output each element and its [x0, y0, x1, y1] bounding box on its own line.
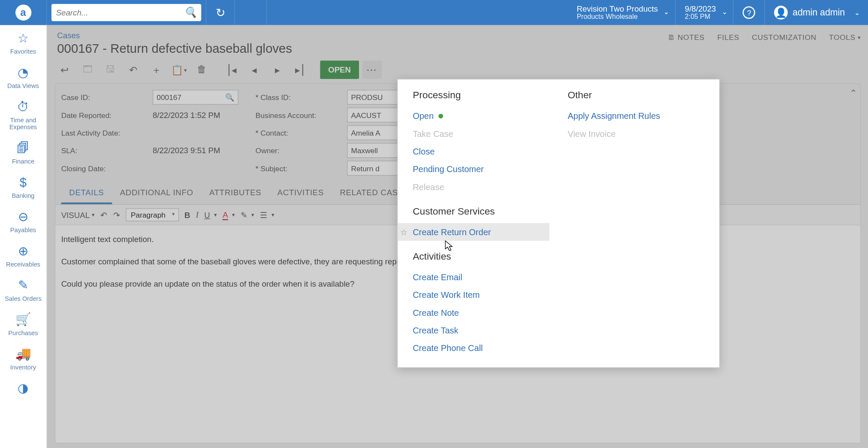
- rail-label: Payables: [10, 227, 36, 233]
- business-date[interactable]: 9/8/2023 2:05 PM ⌄: [675, 0, 733, 25]
- rail-inventory[interactable]: 🚚Inventory: [0, 347, 46, 371]
- logo-icon: a: [15, 5, 31, 21]
- menu-heading-other: Other: [568, 90, 705, 101]
- rail-dataviews[interactable]: ◔Data Views: [0, 65, 46, 89]
- menu-create-phone-call[interactable]: Create Phone Call: [413, 339, 549, 357]
- company-name: Revision Two Products: [577, 4, 658, 13]
- time-label: 2:05 PM: [685, 13, 711, 21]
- rail-label: Purchases: [8, 330, 38, 336]
- menu-release: Release: [413, 178, 549, 196]
- calculator-icon: 🗐: [17, 141, 29, 156]
- help-button[interactable]: ?: [734, 0, 765, 25]
- search-icon[interactable]: 🔍: [184, 6, 196, 19]
- top-bar: a 🔍 ↻ Revision Two Products Products Who…: [0, 0, 868, 25]
- status-dot-icon: [438, 114, 443, 118]
- search-input[interactable]: [56, 8, 197, 17]
- history-button[interactable]: ↻: [206, 0, 235, 25]
- history-icon: ↻: [216, 6, 226, 19]
- menu-label: Open: [413, 111, 434, 121]
- menu-label: Pending Customer: [413, 164, 484, 174]
- menu-label: Create Email: [413, 272, 462, 282]
- rail-label: Banking: [12, 192, 34, 199]
- rail-purchases[interactable]: 🛒Purchases: [0, 312, 46, 336]
- menu-col-1: Processing Open Take Case Close Pending …: [404, 90, 558, 357]
- search-box[interactable]: 🔍: [51, 4, 201, 21]
- rail-favorites[interactable]: ☆Favorites: [0, 31, 46, 55]
- date-label: 9/8/2023: [685, 4, 716, 13]
- company-switcher[interactable]: Revision Two Products Products Wholesale…: [567, 0, 675, 25]
- menu-take-case: Take Case: [413, 125, 549, 142]
- menu-heading-customer-services: Customer Services: [413, 206, 549, 218]
- stopwatch-icon: ⏱: [17, 100, 29, 115]
- rail-label: Receivables: [6, 261, 40, 268]
- menu-heading-processing: Processing: [413, 90, 549, 101]
- star-icon: ☆: [18, 31, 29, 46]
- menu-heading-activities: Activities: [413, 251, 549, 263]
- menu-col-2: Other Apply Assignment Rules View Invoic…: [558, 90, 713, 357]
- user-menu[interactable]: 👤 admin admin ⌄: [765, 0, 868, 25]
- rail-label: Data Views: [7, 82, 39, 89]
- menu-label: Create Phone Call: [413, 343, 482, 353]
- minus-circle-icon: ⊖: [18, 209, 28, 224]
- edit-icon: ✎: [18, 278, 28, 293]
- menu-label: Apply Assignment Rules: [568, 111, 660, 121]
- topbar-spacer: [267, 0, 568, 25]
- menu-label: Take Case: [413, 129, 453, 139]
- rail-label: Time and Expenses: [0, 117, 46, 130]
- menu-apply-assignment-rules[interactable]: Apply Assignment Rules: [568, 107, 705, 124]
- dollar-icon: $: [20, 175, 27, 190]
- truck-icon: 🚚: [15, 347, 31, 362]
- menu-label: Create Task: [413, 325, 458, 335]
- help-icon: ?: [743, 6, 755, 19]
- plus-circle-icon: ⊕: [18, 244, 28, 259]
- menu-create-note[interactable]: Create Note: [413, 304, 549, 321]
- menu-create-work-item[interactable]: Create Work Item: [413, 286, 549, 304]
- chevron-down-icon: ⌄: [663, 9, 669, 17]
- menu-label: Create Return Order: [413, 227, 491, 237]
- rail-label: Finance: [12, 158, 34, 165]
- rail-more[interactable]: ◑: [0, 381, 46, 396]
- search-wrap: 🔍: [47, 0, 206, 25]
- menu-open[interactable]: Open: [413, 107, 549, 124]
- menu-label: View Invoice: [568, 129, 616, 139]
- rail-time-expenses[interactable]: ⏱Time and Expenses: [0, 100, 46, 130]
- gauge-icon: ◑: [18, 381, 28, 396]
- menu-label: Release: [413, 182, 444, 192]
- username-label: admin admin: [793, 7, 845, 18]
- rail-payables[interactable]: ⊖Payables: [0, 209, 46, 233]
- menu-create-return-order[interactable]: ☆Create Return Order: [398, 223, 549, 241]
- menu-view-invoice: View Invoice: [568, 125, 705, 142]
- company-sub: Products Wholesale: [577, 13, 638, 21]
- menu-create-task[interactable]: Create Task: [413, 321, 549, 339]
- topbar-empty-cell: [235, 0, 267, 25]
- user-icon: 👤: [774, 6, 788, 19]
- rail-finance[interactable]: 🗐Finance: [0, 141, 46, 165]
- left-rail: ☆Favorites ◔Data Views ⏱Time and Expense…: [0, 25, 47, 448]
- rail-label: Favorites: [10, 48, 36, 55]
- rail-salesorders[interactable]: ✎Sales Orders: [0, 278, 46, 302]
- rail-receivables[interactable]: ⊕Receivables: [0, 244, 46, 268]
- rail-label: Sales Orders: [5, 295, 42, 302]
- menu-create-email[interactable]: Create Email: [413, 268, 549, 286]
- star-icon[interactable]: ☆: [400, 227, 407, 236]
- menu-label: Create Work Item: [413, 290, 479, 300]
- app-logo[interactable]: a: [0, 0, 47, 25]
- cart-icon: 🛒: [15, 312, 31, 327]
- menu-label: Close: [413, 146, 434, 156]
- rail-label: Inventory: [10, 364, 36, 371]
- rail-banking[interactable]: $Banking: [0, 175, 46, 199]
- chevron-down-icon: ⌄: [722, 9, 727, 17]
- menu-close[interactable]: Close: [413, 142, 549, 160]
- menu-label: Create Note: [413, 308, 459, 318]
- menu-pending-customer[interactable]: Pending Customer: [413, 160, 549, 178]
- pie-icon: ◔: [18, 65, 28, 80]
- chevron-down-icon: ⌄: [854, 9, 860, 17]
- actions-menu: Processing Open Take Case Close Pending …: [397, 79, 720, 368]
